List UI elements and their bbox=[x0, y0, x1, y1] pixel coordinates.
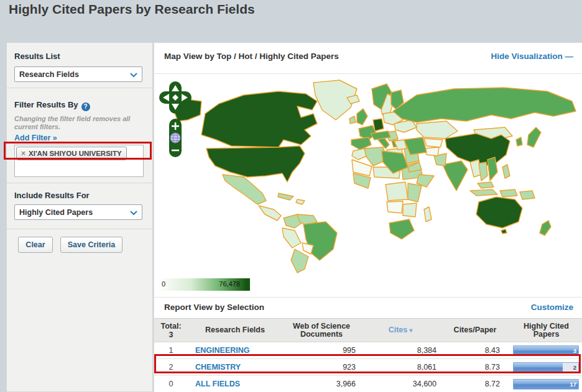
map-region-canada[interactable] bbox=[201, 91, 317, 147]
filter-tag[interactable]: × XI'AN SHIYOU UNIVERSITY bbox=[16, 147, 127, 160]
map-region-malaysia[interactable] bbox=[478, 182, 494, 188]
map-region-bolivia[interactable] bbox=[302, 243, 313, 254]
row-cites-per-paper: 8.43 bbox=[440, 346, 510, 355]
sidebar-divider bbox=[7, 183, 152, 183]
map-region-japan[interactable] bbox=[527, 127, 541, 147]
field-link-engineering[interactable]: ENGINEERING bbox=[195, 346, 250, 355]
map-region-ireland[interactable] bbox=[349, 116, 356, 124]
add-filter-link[interactable]: Add Filter » bbox=[14, 134, 57, 142]
panel-divider bbox=[154, 73, 582, 74]
results-list-dropdown[interactable]: Research Fields bbox=[14, 66, 142, 82]
include-results-dropdown[interactable]: Highly Cited Papers bbox=[14, 204, 142, 220]
globe-icon bbox=[170, 133, 180, 143]
hide-visualization-link[interactable]: Hide Visualization — bbox=[491, 52, 573, 61]
map-region-cuba[interactable] bbox=[278, 193, 293, 200]
sort-down-icon: ▾ bbox=[409, 327, 412, 334]
map-region-iraq[interactable] bbox=[394, 140, 407, 150]
map-region-papua-new-guinea[interactable] bbox=[520, 191, 535, 199]
save-criteria-button[interactable]: Save Criteria bbox=[60, 237, 122, 253]
map-region-south-korea[interactable] bbox=[516, 137, 522, 146]
map-region-germany[interactable] bbox=[373, 119, 384, 131]
map-region-vietnam[interactable] bbox=[487, 157, 497, 181]
map-region-drc[interactable] bbox=[386, 182, 408, 201]
map-view-heading: Map View by Top / Hot / Highly Cited Pap… bbox=[164, 52, 339, 61]
chevron-down-icon bbox=[130, 69, 137, 80]
map-region-india[interactable] bbox=[443, 161, 468, 191]
map-region-australia[interactable] bbox=[476, 197, 522, 228]
row-cites-per-paper: 8.72 bbox=[440, 380, 510, 388]
sidebar-divider bbox=[7, 88, 152, 88]
table-row-engineering: 1 ENGINEERING 995 8,384 8.43 3 bbox=[154, 342, 582, 359]
page: Highly Cited Papers by Research Fields R… bbox=[0, 0, 582, 392]
legend-min-value: 0 bbox=[162, 280, 165, 288]
map-region-hispaniola[interactable] bbox=[296, 199, 305, 204]
map-region-usa[interactable] bbox=[206, 146, 305, 182]
row-docs: 3,966 bbox=[282, 380, 361, 388]
map-region-zambia[interactable] bbox=[403, 203, 417, 217]
row-rank: 1 bbox=[154, 346, 188, 355]
map-region-indonesia-east[interactable] bbox=[500, 189, 517, 197]
hcp-bar-value: 17 bbox=[570, 380, 576, 389]
field-link-chemistry[interactable]: CHEMISTRY bbox=[195, 363, 241, 371]
minus-icon: — bbox=[565, 52, 574, 61]
hcp-bar: 17 bbox=[513, 379, 579, 390]
column-header-highly-cited-papers[interactable]: Highly Cited Papers bbox=[522, 322, 571, 339]
column-header-total: Total: 3 bbox=[154, 322, 188, 339]
row-cites-per-paper: 8.73 bbox=[440, 363, 510, 371]
row-rank: 2 bbox=[154, 363, 188, 371]
hcp-bar: 2 bbox=[513, 362, 579, 373]
map-region-brazil[interactable] bbox=[303, 222, 337, 260]
column-header-wos-documents[interactable]: Web of Science Documents bbox=[292, 322, 351, 339]
chevron-down-icon bbox=[130, 207, 137, 218]
sidebar-divider bbox=[7, 229, 152, 229]
map-region-philippines[interactable] bbox=[502, 165, 510, 178]
results-list-selected-value: Research Fields bbox=[19, 70, 79, 79]
map-region-angola[interactable] bbox=[387, 201, 403, 213]
column-header-cites-per-paper[interactable]: Cites/Paper bbox=[440, 326, 510, 334]
zoom-out-icon[interactable] bbox=[172, 150, 179, 152]
map-legend: 0 76,478 bbox=[159, 278, 250, 291]
sidebar: Results List Research Fields Filter Resu… bbox=[6, 42, 153, 392]
filter-results-heading: Filter Results By? bbox=[14, 100, 90, 111]
map-region-indonesia-west[interactable] bbox=[470, 189, 497, 196]
map-region-new-zealand[interactable] bbox=[540, 221, 551, 235]
customize-link[interactable]: Customize bbox=[531, 303, 573, 312]
map-region-tasmania[interactable] bbox=[501, 229, 507, 234]
map-region-mexico[interactable] bbox=[223, 175, 266, 204]
row-docs: 995 bbox=[282, 346, 361, 355]
map-region-peru[interactable] bbox=[282, 228, 301, 248]
filter-tag-label: XI'AN SHIYOU UNIVERSITY bbox=[29, 150, 122, 157]
map-region-russia[interactable] bbox=[393, 88, 576, 122]
map-region-east-africa[interactable] bbox=[408, 183, 422, 202]
page-title: Highly Cited Papers by Research Fields bbox=[9, 2, 255, 17]
map-region-central-america[interactable] bbox=[259, 206, 281, 221]
field-link-all-fields[interactable]: ALL FIELDS bbox=[195, 380, 240, 388]
clear-button[interactable]: Clear bbox=[18, 237, 53, 253]
row-cites: 8,384 bbox=[361, 346, 440, 355]
results-list-heading: Results List bbox=[14, 52, 60, 61]
legend-max-value: 76,478 bbox=[219, 280, 240, 288]
map-region-madagascar[interactable] bbox=[424, 207, 432, 222]
column-header-cites[interactable]: Cites▾ bbox=[361, 326, 440, 334]
map-region-argentina[interactable] bbox=[291, 249, 308, 273]
hcp-bar-value: 3 bbox=[573, 346, 576, 355]
remove-filter-icon[interactable]: × bbox=[21, 149, 25, 158]
map-region-kazakhstan[interactable] bbox=[417, 121, 458, 139]
map-region-south-africa[interactable] bbox=[389, 219, 414, 239]
map-zoom-control[interactable] bbox=[169, 119, 182, 157]
column-header-research-fields[interactable]: Research Fields bbox=[188, 326, 282, 334]
map-region-central-asia[interactable] bbox=[424, 139, 443, 147]
row-docs: 923 bbox=[282, 363, 361, 371]
report-table: Total: 3 Research Fields Web of Science … bbox=[154, 318, 582, 392]
row-rank: 0 bbox=[154, 380, 188, 388]
main-panel: Map View by Top / Hot / Highly Cited Pap… bbox=[154, 42, 582, 392]
active-filters-box: × XI'AN SHIYOU UNIVERSITY bbox=[14, 145, 144, 177]
hcp-bar: 3 bbox=[513, 345, 579, 356]
row-cites: 8,061 bbox=[361, 363, 440, 371]
world-map bbox=[155, 75, 581, 276]
help-icon[interactable]: ? bbox=[81, 103, 90, 111]
map-region-uk[interactable] bbox=[357, 109, 367, 125]
include-results-selected-value: Highly Cited Papers bbox=[19, 208, 93, 217]
table-row-chemistry: 2 CHEMISTRY 923 8,061 8.73 2 bbox=[154, 359, 582, 376]
map-region-thailand[interactable] bbox=[479, 162, 487, 181]
